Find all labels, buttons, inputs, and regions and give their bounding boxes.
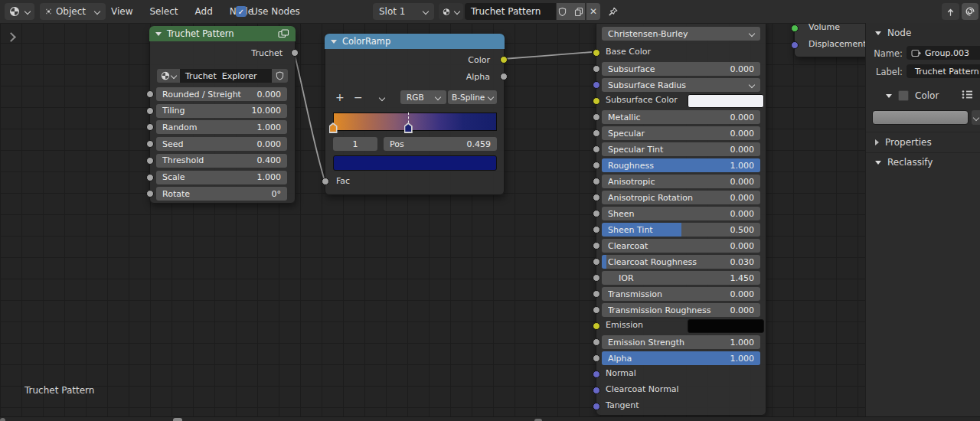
slot-dropdown[interactable]: Slot 1 bbox=[373, 3, 434, 20]
colorramp-node-header[interactable]: ColorRamp bbox=[325, 34, 505, 49]
interpolation-dropdown[interactable]: B-Spline bbox=[448, 90, 497, 104]
input-socket-threshold[interactable] bbox=[146, 157, 154, 165]
slider-specular-tint[interactable]: Specular Tint0.000 bbox=[602, 142, 760, 156]
slider-anisotropic-rotation[interactable]: Anisotropic Rotation0.000 bbox=[602, 191, 760, 204]
input-socket-transmission-roughness[interactable] bbox=[593, 306, 600, 314]
new-material-button[interactable] bbox=[573, 7, 585, 17]
input-socket-specular[interactable] bbox=[593, 129, 600, 137]
panel-expand-triangle[interactable] bbox=[886, 94, 892, 98]
param-rounded-streight[interactable]: Rounded / Streight0.000 bbox=[156, 87, 287, 101]
input-socket-volume[interactable] bbox=[791, 24, 799, 32]
slider-transmission[interactable]: Transmission0.000 bbox=[602, 287, 760, 301]
add-stop-button[interactable]: + bbox=[335, 92, 345, 103]
output-socket-alpha[interactable] bbox=[500, 73, 508, 80]
input-socket-seed[interactable] bbox=[146, 140, 154, 148]
input-socket-tangent[interactable] bbox=[593, 403, 600, 410]
input-socket-subsurface-radius[interactable] bbox=[593, 81, 600, 89]
node-color-swatch[interactable] bbox=[872, 110, 969, 125]
input-socket-tiling[interactable] bbox=[146, 107, 154, 115]
input-socket-base-color[interactable] bbox=[593, 49, 600, 57]
slider-sheen[interactable]: Sheen0.000 bbox=[602, 207, 760, 220]
panel-expand-triangle[interactable] bbox=[875, 31, 881, 35]
node-name-field[interactable]: Group.003 bbox=[906, 46, 980, 60]
dropdown-christensen-burley[interactable]: Christensen-Burley bbox=[602, 27, 760, 41]
editor-type-selector[interactable] bbox=[5, 3, 34, 20]
pin-icon[interactable] bbox=[607, 6, 619, 20]
color-extra-button[interactable] bbox=[972, 110, 980, 125]
slider-specular[interactable]: Specular0.000 bbox=[602, 126, 760, 140]
input-socket-random[interactable] bbox=[146, 123, 154, 131]
fake-user-button[interactable] bbox=[557, 7, 568, 17]
ramp-specials-menu-icon[interactable] bbox=[379, 95, 385, 101]
panel-collapsed-triangle[interactable] bbox=[875, 139, 879, 145]
input-socket-anisotropic-rotation[interactable] bbox=[593, 194, 600, 201]
toolbar-toggle-arrow[interactable] bbox=[3, 34, 15, 41]
output-socket-truchet[interactable] bbox=[291, 49, 299, 57]
dropdown-subsurface-radius[interactable]: Subsurface Radius bbox=[602, 78, 760, 92]
input-socket-sheen-tint[interactable] bbox=[593, 226, 600, 233]
input-socket-subsurface-color[interactable] bbox=[593, 97, 600, 105]
input-socket-metallic[interactable] bbox=[593, 113, 600, 121]
slider-anisotropic[interactable]: Anisotropic0.000 bbox=[602, 175, 760, 188]
menu-view[interactable]: View bbox=[111, 6, 132, 17]
input-socket-fac[interactable] bbox=[322, 178, 329, 185]
link-color-to-basecolor[interactable] bbox=[503, 52, 592, 59]
input-socket-ior[interactable] bbox=[593, 274, 600, 282]
link-truchet-to-fac[interactable] bbox=[294, 52, 325, 181]
node-label-field[interactable]: Truchet Pattern bbox=[906, 64, 980, 78]
input-socket-specular-tint[interactable] bbox=[593, 145, 600, 153]
collapse-triangle-icon[interactable] bbox=[331, 40, 337, 44]
panel-reclassify-header[interactable]: Reclassify bbox=[875, 155, 933, 170]
color-mode-dropdown[interactable]: RGB bbox=[400, 90, 446, 104]
menu-add[interactable]: Add bbox=[195, 6, 213, 17]
param-random[interactable]: Random1.000 bbox=[156, 120, 287, 134]
color-ramp-gradient[interactable] bbox=[333, 113, 497, 131]
stop-position-field[interactable]: Pos 0.459 bbox=[384, 137, 497, 151]
input-socket-clearcoat-normal[interactable] bbox=[593, 387, 600, 394]
input-socket-displacement[interactable] bbox=[791, 41, 799, 49]
slider-clearcoat[interactable]: Clearcoat0.000 bbox=[602, 239, 760, 253]
slider-transmission-roughness[interactable]: Transmission Roughness0.000 bbox=[602, 303, 760, 317]
shader-type-dropdown[interactable]: Object bbox=[40, 3, 106, 20]
input-socket-clearcoat-roughness[interactable] bbox=[593, 258, 600, 266]
truchet-node-header[interactable]: Truchet Pattern bbox=[149, 26, 296, 41]
panel-expand-triangle[interactable] bbox=[875, 161, 881, 165]
slider-alpha[interactable]: Alpha1.000 bbox=[602, 351, 760, 365]
slider-sheen-tint[interactable]: Sheen Tint0.500 bbox=[602, 223, 760, 237]
input-socket-rounded-streight[interactable] bbox=[146, 90, 154, 98]
slider-emission-strength[interactable]: Emission Strength1.000 bbox=[602, 335, 760, 349]
snap-toggle-button[interactable] bbox=[962, 3, 978, 20]
param-rotate[interactable]: Rotate0° bbox=[156, 187, 287, 201]
input-socket-emission[interactable] bbox=[593, 322, 600, 330]
input-socket-scale[interactable] bbox=[146, 174, 154, 181]
go-to-parent-button[interactable] bbox=[942, 3, 959, 20]
menu-select[interactable]: Select bbox=[149, 6, 178, 17]
slider-metallic[interactable]: Metallic0.000 bbox=[602, 110, 760, 124]
node-colorramp[interactable]: ColorRamp Color Alpha + − RGB B-Spline 1 bbox=[325, 34, 505, 195]
input-socket-roughness[interactable] bbox=[593, 162, 600, 169]
param-scale[interactable]: Scale1.000 bbox=[156, 171, 287, 184]
input-socket-alpha[interactable] bbox=[593, 354, 600, 362]
active-stop-index-field[interactable]: 1 bbox=[333, 137, 377, 151]
input-socket-sheen[interactable] bbox=[593, 210, 600, 217]
datablock-name-field[interactable]: Truchet Explorer bbox=[180, 69, 272, 83]
input-socket-anisotropic[interactable] bbox=[593, 178, 600, 185]
input-socket-emission-strength[interactable] bbox=[593, 338, 600, 346]
input-socket-clearcoat[interactable] bbox=[593, 242, 600, 250]
material-name-field[interactable]: Truchet Pattern bbox=[465, 3, 556, 20]
slider-roughness[interactable]: Roughness1.000 bbox=[602, 158, 760, 172]
slider-clearcoat-roughness[interactable]: Clearcoat Roughness0.030 bbox=[602, 255, 760, 269]
slider-subsurface[interactable]: Subsurface0.000 bbox=[602, 62, 760, 76]
color-field-subsurface-color[interactable] bbox=[688, 94, 764, 108]
panel-properties-header[interactable]: Properties bbox=[875, 135, 932, 150]
node-editor-canvas[interactable]: Truchet Pattern Truchet Pattern Truchet bbox=[0, 0, 980, 421]
node-principled-bsdf[interactable]: Christensen-BurleyBase ColorSubsurface0.… bbox=[596, 20, 766, 416]
output-socket-color[interactable] bbox=[500, 56, 508, 64]
input-socket-transmission[interactable] bbox=[593, 290, 600, 298]
fake-user-button[interactable] bbox=[272, 69, 288, 83]
input-socket-rotate[interactable] bbox=[146, 190, 154, 197]
use-nodes-checkbox[interactable]: ✓ bbox=[236, 6, 247, 17]
panel-node-header[interactable]: Node bbox=[875, 25, 911, 41]
node-truchet-pattern[interactable]: Truchet Pattern Truchet bbox=[149, 26, 296, 204]
material-browse-button[interactable] bbox=[439, 3, 463, 20]
